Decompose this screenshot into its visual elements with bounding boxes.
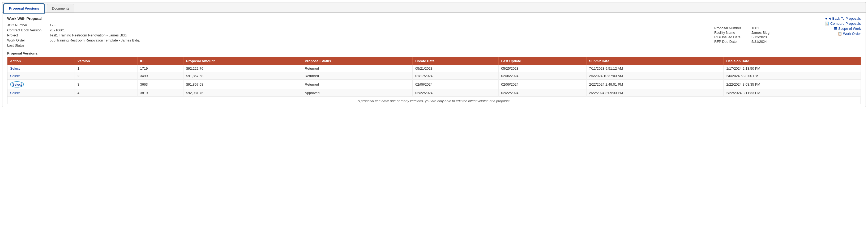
scope-of-work-label: Scope of Work bbox=[838, 27, 861, 31]
rfp-issued-label: RFP Issued Date bbox=[714, 35, 751, 39]
scope-icon: ☰ bbox=[834, 27, 837, 31]
col-id: ID bbox=[137, 57, 183, 65]
select-link-row-2[interactable]: Select bbox=[10, 81, 24, 87]
decision-date-cell: 1/17/2024 2:13:50 PM bbox=[723, 65, 861, 72]
back-to-proposals-link[interactable]: ◄◄ Back To Proposals bbox=[825, 17, 861, 21]
version-cell: 4 bbox=[74, 89, 137, 97]
contract-book-value: 20210601 bbox=[50, 28, 156, 32]
work-order-link[interactable]: 📋 Work Order bbox=[838, 32, 861, 36]
last-update-cell: 05/25/2023 bbox=[498, 65, 586, 72]
compare-proposals-label: Compare Proposals bbox=[830, 22, 861, 26]
table-row: Select23499$91,857.68Returned01/17/20240… bbox=[7, 72, 861, 80]
last-update-cell: 02/22/2024 bbox=[498, 89, 586, 97]
last-update-cell: 02/06/2024 bbox=[498, 72, 586, 80]
contract-book-label: Contract Book Version bbox=[7, 28, 50, 32]
project-label: Project bbox=[7, 33, 50, 37]
decision-date-cell: 2/6/2024 5:28:00 PM bbox=[723, 72, 861, 80]
table-row: Select11719$92,222.76Returned05/21/20230… bbox=[7, 65, 861, 72]
work-order-label: Work Order bbox=[7, 38, 50, 42]
table-footer-row: A proposal can have one or many versions… bbox=[7, 97, 861, 104]
back-icon: ◄◄ bbox=[825, 17, 831, 21]
table-row: Select43819$92,981.76Approved02/22/20240… bbox=[7, 89, 861, 97]
id-cell: 1719 bbox=[137, 65, 183, 72]
status-cell: Returned bbox=[302, 80, 412, 89]
last-status-label: Last Status bbox=[7, 43, 50, 48]
col-action: Action bbox=[7, 57, 75, 65]
col-last-update: Last Update bbox=[498, 57, 586, 65]
right-info-grid: Proposal Number 1001 Facility Name James… bbox=[714, 26, 805, 44]
rfp-due-label: RFP Due Date bbox=[714, 39, 751, 44]
tab-proposal-versions[interactable]: Proposal Versions bbox=[4, 4, 44, 13]
amount-cell: $91,857.68 bbox=[183, 72, 302, 80]
id-cell: 3499 bbox=[137, 72, 183, 80]
facility-name-value: James Bldg. bbox=[751, 31, 805, 34]
status-cell: Approved bbox=[302, 89, 412, 97]
compare-icon: 📊 bbox=[825, 22, 829, 26]
joc-label: JOC Number bbox=[7, 23, 50, 27]
top-right-actions: ◄◄ Back To Proposals 📊 Compare Proposals… bbox=[825, 17, 861, 36]
create-date-cell: 02/06/2024 bbox=[412, 80, 498, 89]
table-row: Select33663$91,857.68Returned02/06/20240… bbox=[7, 80, 861, 89]
tab-documents-label: Documents bbox=[52, 6, 69, 10]
facility-name-label: Facility Name bbox=[714, 31, 751, 34]
create-date-cell: 05/21/2023 bbox=[412, 65, 498, 72]
decision-date-cell: 2/22/2024 3:03:35 PM bbox=[723, 80, 861, 89]
decision-date-cell: 2/22/2024 3:11:33 PM bbox=[723, 89, 861, 97]
footer-note: A proposal can have one or many versions… bbox=[358, 99, 510, 103]
tab-documents[interactable]: Documents bbox=[47, 4, 74, 12]
amount-cell: $92,981.76 bbox=[183, 89, 302, 97]
col-proposal-status: Proposal Status bbox=[302, 57, 412, 65]
id-cell: 3819 bbox=[137, 89, 183, 97]
proposal-number-value: 1001 bbox=[751, 26, 805, 30]
col-submit-date: Submit Date bbox=[586, 57, 723, 65]
last-update-cell: 02/06/2024 bbox=[498, 80, 586, 89]
amount-cell: $92,222.76 bbox=[183, 65, 302, 72]
submit-date-cell: 7/11/2023 9:51:12 AM bbox=[586, 65, 723, 72]
work-order-icon: 📋 bbox=[838, 32, 842, 36]
status-cell: Returned bbox=[302, 72, 412, 80]
select-link-row-1[interactable]: Select bbox=[10, 74, 20, 78]
work-order-value: 555 Training Restroom Renovation Templat… bbox=[50, 38, 156, 42]
proposal-versions-table: Action Version ID Proposal Amount Propos… bbox=[7, 57, 861, 104]
create-date-cell: 02/22/2024 bbox=[412, 89, 498, 97]
last-status-value bbox=[50, 43, 156, 48]
col-create-date: Create Date bbox=[412, 57, 498, 65]
table-header-row: Action Version ID Proposal Amount Propos… bbox=[7, 57, 861, 65]
col-proposal-amount: Proposal Amount bbox=[183, 57, 302, 65]
section-title: Work With Proposal bbox=[7, 17, 861, 21]
project-value: Test1 Training Restroom Renovation - Jam… bbox=[50, 33, 156, 37]
select-link-row-0[interactable]: Select bbox=[10, 66, 20, 70]
submit-date-cell: 2/22/2024 2:49:01 PM bbox=[586, 80, 723, 89]
main-content-area: Work With Proposal JOC Number 123 Contra… bbox=[2, 13, 866, 107]
versions-label: Proposal Versions: bbox=[7, 51, 861, 55]
amount-cell: $91,857.68 bbox=[183, 80, 302, 89]
proposal-number-label: Proposal Number bbox=[714, 26, 751, 30]
id-cell: 3663 bbox=[137, 80, 183, 89]
col-decision-date: Decision Date bbox=[723, 57, 861, 65]
tabs-bar: Proposal Versions Documents bbox=[2, 2, 866, 13]
create-date-cell: 01/17/2024 bbox=[412, 72, 498, 80]
tab-proposal-versions-label: Proposal Versions bbox=[9, 6, 39, 10]
col-version: Version bbox=[74, 57, 137, 65]
select-link-row-3[interactable]: Select bbox=[10, 91, 20, 95]
scope-of-work-link[interactable]: ☰ Scope of Work bbox=[834, 27, 861, 31]
rfp-issued-value: 5/12/2023 bbox=[751, 35, 805, 39]
main-container: Proposal Versions Documents Work With Pr… bbox=[2, 2, 866, 107]
submit-date-cell: 2/22/2024 3:09:33 PM bbox=[586, 89, 723, 97]
rfp-due-value: 5/31/2024 bbox=[751, 39, 805, 44]
work-order-label: Work Order bbox=[843, 32, 861, 36]
version-cell: 3 bbox=[74, 80, 137, 89]
version-cell: 2 bbox=[74, 72, 137, 80]
version-cell: 1 bbox=[74, 65, 137, 72]
submit-date-cell: 2/6/2024 10:37:03 AM bbox=[586, 72, 723, 80]
joc-value: 123 bbox=[50, 23, 156, 27]
compare-proposals-link[interactable]: 📊 Compare Proposals bbox=[825, 22, 861, 26]
status-cell: Returned bbox=[302, 65, 412, 72]
back-to-proposals-label: Back To Proposals bbox=[832, 17, 861, 21]
